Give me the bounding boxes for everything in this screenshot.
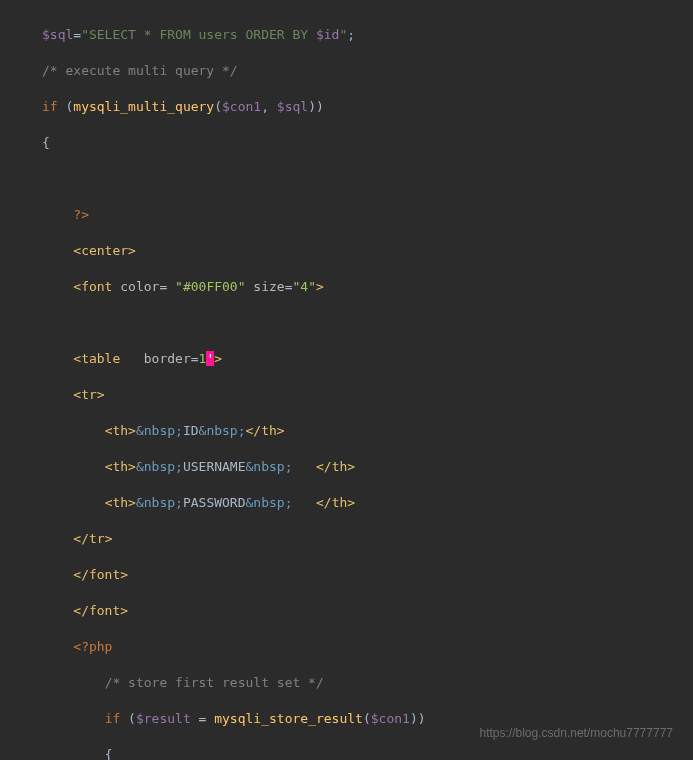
code-line[interactable]: <th>&nbsp;ID&nbsp;</th> [42, 422, 693, 440]
code-editor[interactable]: $sql="SELECT * FROM users ORDER BY $id";… [0, 8, 693, 760]
php-tag: <?php [73, 639, 112, 654]
code-line[interactable]: ?> [42, 206, 693, 224]
code-line[interactable]: /* execute multi query */ [42, 62, 693, 80]
code-line[interactable] [42, 170, 693, 188]
php-tag: ?> [73, 207, 89, 222]
code-line[interactable]: </tr> [42, 530, 693, 548]
code-line[interactable]: { [42, 134, 693, 152]
keyword: if [42, 99, 58, 114]
comment: /* store first result set */ [105, 675, 324, 690]
code-line[interactable]: <tr> [42, 386, 693, 404]
variable: $sql [42, 27, 73, 42]
watermark: https://blog.csdn.net/mochu7777777 [480, 724, 673, 742]
code-line[interactable]: /* store first result set */ [42, 674, 693, 692]
code-line[interactable]: <center> [42, 242, 693, 260]
code-line[interactable]: <table border=1'> [42, 350, 693, 368]
code-line[interactable]: <font color= "#00FF00" size="4"> [42, 278, 693, 296]
code-line[interactable]: <?php [42, 638, 693, 656]
comment: /* execute multi query */ [42, 63, 238, 78]
code-line[interactable]: </font> [42, 566, 693, 584]
code-line[interactable]: </font> [42, 602, 693, 620]
code-line[interactable]: $sql="SELECT * FROM users ORDER BY $id"; [42, 26, 693, 44]
code-line[interactable]: if (mysqli_multi_query($con1, $sql)) [42, 98, 693, 116]
code-line[interactable] [42, 314, 693, 332]
code-line[interactable]: <th>&nbsp;PASSWORD&nbsp; </th> [42, 494, 693, 512]
code-line[interactable]: { [42, 746, 693, 760]
code-line[interactable]: <th>&nbsp;USERNAME&nbsp; </th> [42, 458, 693, 476]
